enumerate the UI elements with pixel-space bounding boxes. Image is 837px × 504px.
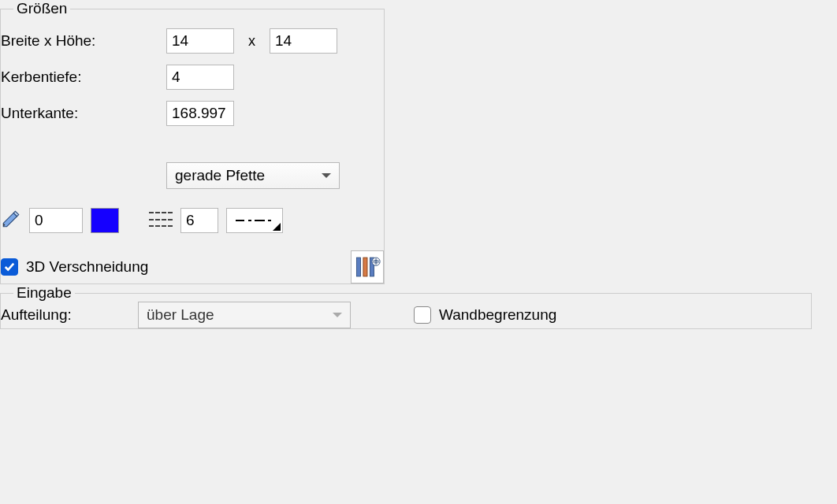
- dropdown-aufteilung-value: über Lage: [147, 306, 214, 324]
- separator-x: x: [248, 33, 255, 50]
- chevron-down-icon: [322, 173, 331, 178]
- dropdown-purlin-type[interactable]: gerade Pfette: [166, 162, 340, 189]
- row-3d-intersection: 3D Verschneidung: [1, 250, 384, 284]
- check-icon: [1, 258, 18, 276]
- dropdown-aufteilung[interactable]: über Lage: [138, 302, 351, 328]
- pencil-icon: [1, 209, 21, 233]
- checkbox-wandbegrenzung[interactable]: Wandbegrenzung: [414, 306, 556, 324]
- label-wandbegrenzung: Wandbegrenzung: [439, 306, 556, 324]
- input-bottom-edge[interactable]: [166, 101, 234, 126]
- label-width-height: Breite x Höhe:: [1, 32, 166, 50]
- group-groessen: Größen Breite x Höhe: x Kerbentiefe: Unt…: [0, 0, 385, 284]
- legend-groessen: Größen: [13, 0, 70, 17]
- input-line-weight[interactable]: [180, 208, 218, 233]
- input-notch-depth[interactable]: [166, 65, 234, 90]
- group-eingabe: Eingabe Aufteilung: über Lage Wandbegren…: [0, 284, 812, 329]
- profile-icon: [354, 254, 381, 280]
- checkbox-3d-intersection[interactable]: 3D Verschneidung: [1, 258, 148, 276]
- row-bottom-edge: Unterkante:: [1, 101, 384, 126]
- row-width-height: Breite x Höhe: x: [1, 28, 384, 54]
- input-height[interactable]: [270, 28, 337, 54]
- svg-marker-0: [3, 213, 17, 226]
- chevron-down-icon: [333, 313, 342, 317]
- input-width[interactable]: [166, 28, 234, 54]
- label-aufteilung: Aufteilung:: [1, 306, 121, 324]
- input-layer[interactable]: [29, 208, 83, 233]
- label-3d-intersection: 3D Verschneidung: [26, 258, 148, 276]
- svg-rect-3: [356, 258, 360, 276]
- hatch-icon: [149, 212, 173, 229]
- dropdown-corner-icon: [273, 223, 281, 231]
- button-line-style[interactable]: [226, 208, 283, 233]
- check-icon: [414, 306, 431, 324]
- row-eingabe: Aufteilung: über Lage Wandbegrenzung: [1, 302, 811, 328]
- row-notch-depth: Kerbentiefe:: [1, 65, 384, 90]
- svg-rect-4: [363, 258, 367, 276]
- dropdown-purlin-type-value: gerade Pfette: [175, 167, 265, 184]
- label-notch-depth: Kerbentiefe:: [1, 69, 166, 86]
- label-bottom-edge: Unterkante:: [1, 105, 166, 122]
- legend-eingabe: Eingabe: [13, 284, 75, 302]
- row-pen-settings: [1, 208, 384, 233]
- color-swatch[interactable]: [91, 208, 119, 233]
- button-profile[interactable]: [351, 250, 384, 284]
